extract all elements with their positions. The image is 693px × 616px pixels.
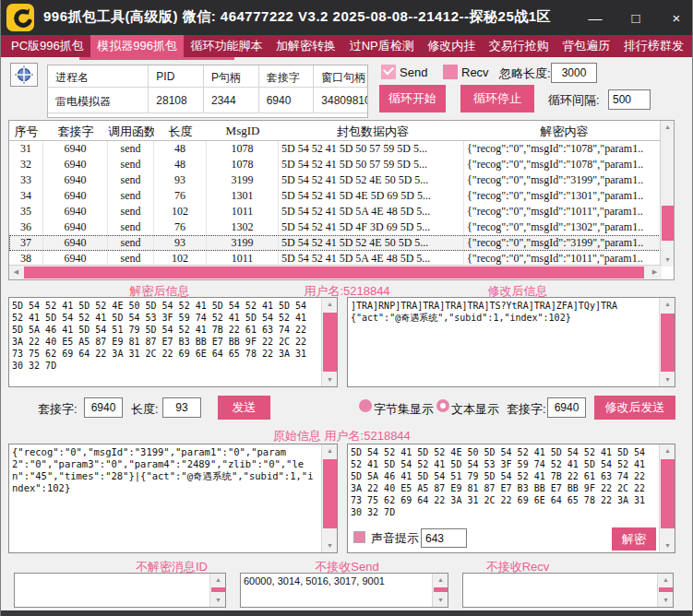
process-name: 雷电模拟器 <box>48 88 149 113</box>
scroll-down-icon[interactable]: ▼ <box>210 594 226 607</box>
table-cell: 6940 <box>43 157 108 172</box>
vscroll-thumb[interactable] <box>661 314 675 372</box>
send-packet-button[interactable]: 发送 <box>218 396 270 420</box>
table-cell: 32 <box>9 157 43 172</box>
scroll-up-icon[interactable]: ▲ <box>322 444 338 457</box>
vscroll-thumb[interactable] <box>323 459 337 528</box>
vscroll-thumb[interactable] <box>434 587 448 592</box>
scroll-down-icon[interactable]: ▼ <box>658 594 674 607</box>
loop-start-button[interactable]: 循环开始 <box>379 85 446 113</box>
scrollbar[interactable]: ▲ ▼ <box>432 574 448 607</box>
scroll-up-icon[interactable]: ▲ <box>210 574 226 586</box>
menu-tab-7[interactable]: 交易行抢购 <box>483 35 556 57</box>
table-row[interactable]: 356940send10210115D 54 52 41 5D 5A 4E 48… <box>9 204 674 219</box>
decrypt-button[interactable]: 解密 <box>612 527 656 551</box>
modified-send-button[interactable]: 修改后发送 <box>594 396 675 420</box>
no-decrypt-textarea[interactable]: ▲ ▼ <box>14 573 226 608</box>
vscroll-thumb[interactable] <box>661 459 675 528</box>
process-pid: 28108 <box>149 88 204 113</box>
vscroll-thumb[interactable] <box>659 587 673 592</box>
ignore-length-label: 忽略长度: <box>499 65 551 82</box>
close-button[interactable]: × <box>666 10 687 26</box>
scroll-left-icon[interactable]: ◀ <box>9 266 23 278</box>
table-cell: 5D 54 52 41 5D 50 57 59 5D 5... <box>279 141 464 157</box>
no-send-textarea[interactable]: 60000, 3014, 5016, 3017, 9001 ▲ ▼ <box>240 573 448 608</box>
modified-info-textarea[interactable]: ]TRA]RNP]TRA]TRA]TRA]TRA]TS?YtRA]TRA]ZFA… <box>347 297 675 387</box>
scroll-down-icon[interactable]: ▼ <box>660 539 675 552</box>
menu-tab-5[interactable]: 过NP盾检测 <box>343 35 421 57</box>
process-socket: 6940 <box>259 88 315 113</box>
sound-alert-input[interactable] <box>421 528 467 548</box>
socket-input[interactable] <box>84 397 123 418</box>
menu-tab-3[interactable]: 循环功能脚本 <box>185 35 269 57</box>
scroll-down-icon[interactable]: ▼ <box>660 373 675 386</box>
table-cell: 5D 54 52 41 5D 5A 4E 48 5D 5... <box>279 204 464 219</box>
scroll-down-icon[interactable]: ▼ <box>322 373 338 386</box>
hscroll-thumb[interactable] <box>24 267 644 278</box>
scroll-right-icon[interactable]: ▶ <box>648 266 662 278</box>
original-info-textarea[interactable]: {"recog":"0","msgId":"3199","param1":"0"… <box>8 444 338 553</box>
scroll-down-icon[interactable]: ▼ <box>433 594 448 607</box>
sound-alert-checkbox[interactable] <box>353 531 365 543</box>
menu-tabs: PC版996抓包模拟器996抓包循环功能脚本加解密转换过NP盾检测修改内挂交易行… <box>1 35 693 57</box>
original-hex-textarea[interactable]: 5D 54 52 41 5D 52 4E 50 5D 54 52 41 5D 5… <box>347 444 675 553</box>
table-row[interactable]: 346940send7613015D 54 52 41 5D 4E 5D 69 … <box>9 188 674 204</box>
maximize-button[interactable]: □ <box>626 10 646 26</box>
vscroll-thumb[interactable] <box>211 587 225 592</box>
table-cell: 102 <box>154 204 207 219</box>
table-row[interactable]: 326940send4810785D 54 52 41 5D 50 57 59 … <box>9 157 674 172</box>
menu-tab-8[interactable]: 背包遍历 <box>556 35 616 57</box>
decrypted-info-textarea[interactable]: 5D 54 52 41 5D 52 4E 50 5D 54 52 41 5D 5… <box>8 297 338 387</box>
no-send-value: 60000, 3014, 5016, 3017, 9001 <box>244 575 429 605</box>
scroll-up-icon[interactable]: ▲ <box>433 574 448 586</box>
window-title: 996抓包工具(高级版) 微信: 464777222 V3.2 2025-08-… <box>43 8 551 26</box>
menu-tab-1[interactable]: PC版996抓包 <box>5 35 90 57</box>
table-row[interactable]: 336940send9331995D 54 52 41 5D 52 4E 50 … <box>9 172 674 188</box>
minimize-button[interactable]: — <box>585 10 605 26</box>
table-cell: 48 <box>154 157 207 172</box>
modified-scrollbar[interactable]: ▲ ▼ <box>659 298 675 386</box>
menu-tab-4[interactable]: 加解密转换 <box>269 35 342 57</box>
table-row[interactable]: 376940send9331995D 54 52 41 5D 52 4E 50 … <box>9 235 674 251</box>
scroll-up-icon[interactable]: ▲ <box>660 298 675 311</box>
table-cell: 48 <box>154 141 207 157</box>
menu-tab-6[interactable]: 修改内挂 <box>421 35 482 57</box>
socket2-input[interactable] <box>547 397 586 418</box>
menu-tab-2[interactable]: 模拟器996抓包 <box>90 35 184 57</box>
vscroll-thumb[interactable] <box>662 206 674 241</box>
original-scrollbar[interactable]: ▲ ▼ <box>321 444 337 552</box>
menu-tab-9[interactable]: 排行榜群发 <box>617 35 690 57</box>
window-picker-button[interactable] <box>10 63 38 87</box>
recv-checkbox[interactable] <box>443 65 458 79</box>
decrypted-scrollbar[interactable]: ▲ ▼ <box>321 298 337 386</box>
scrollbar[interactable]: ▲ ▼ <box>209 574 225 607</box>
length-input[interactable] <box>162 397 201 418</box>
scroll-down-icon[interactable]: ▼ <box>661 254 675 267</box>
col-header: 套接字 <box>43 121 108 140</box>
original-hex-scrollbar[interactable]: ▲ ▼ <box>659 444 675 552</box>
scroll-down-icon[interactable]: ▼ <box>322 539 338 552</box>
packet-table-vscrollbar[interactable]: ▲ ▼ <box>660 121 674 267</box>
send-checkbox[interactable] <box>381 65 396 79</box>
app-logo-icon <box>6 4 34 31</box>
loop-interval-input[interactable] <box>608 89 651 110</box>
vscroll-thumb[interactable] <box>323 313 337 372</box>
scroll-up-icon[interactable]: ▲ <box>322 298 338 311</box>
table-cell: 5D 54 52 41 5D 52 4E 50 5D 5... <box>279 172 464 188</box>
scroll-up-icon[interactable]: ▲ <box>658 574 674 586</box>
no-recv-textarea[interactable]: ▲ ▼ <box>462 573 674 608</box>
loop-stop-button[interactable]: 循环停止 <box>460 85 534 113</box>
table-cell: 31 <box>9 141 43 157</box>
ignore-length-input[interactable] <box>551 63 597 83</box>
bytes-display-radio[interactable] <box>359 399 372 412</box>
scroll-up-icon[interactable]: ▲ <box>660 444 675 457</box>
process-row[interactable]: 雷电模拟器 28108 2344 6940 34809810 <box>48 88 367 113</box>
process-table[interactable]: 进程名 PID P句柄 套接字 窗口句柄 雷电模拟器 28108 2344 69… <box>47 65 368 118</box>
active-tab-underline <box>79 57 234 60</box>
table-row[interactable]: 366940send7613025D 54 52 41 5D 4F 3D 69 … <box>9 219 674 235</box>
scroll-up-icon[interactable]: ▲ <box>661 121 675 134</box>
text-display-radio[interactable] <box>436 399 449 412</box>
scrollbar[interactable]: ▲ ▼ <box>657 574 673 607</box>
packet-table-hscrollbar[interactable]: ◀ ▶ <box>9 265 662 279</box>
table-row[interactable]: 316940send4810785D 54 52 41 5D 50 57 59 … <box>9 141 674 157</box>
